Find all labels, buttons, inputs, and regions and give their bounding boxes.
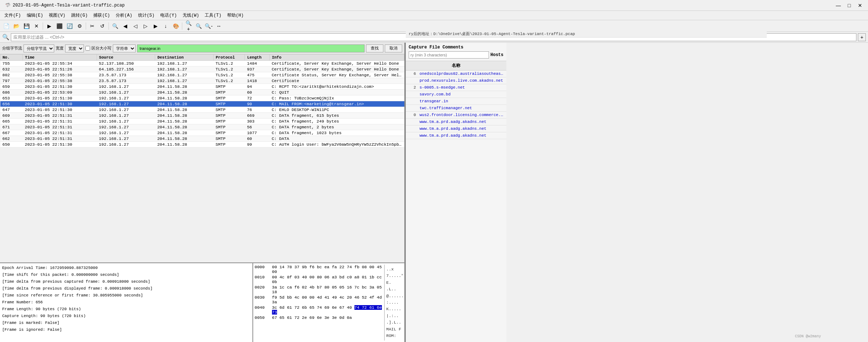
host-row[interactable]: 2s-0005.s-msedge.net [406, 84, 506, 91]
hex-row: 000000 14 78 37 9b f6 bc ea fa 22 74 fb … [255, 265, 384, 274]
close-button[interactable]: ✕ [855, 2, 865, 9]
host-row[interactable]: www.tm.a.prd.aadg.akadns.net [406, 119, 506, 125]
search-cancel-button[interactable]: 取消 [385, 44, 402, 52]
nav-down-button[interactable]: ↓ [161, 22, 170, 30]
menu-wireless[interactable]: 无线(W) [180, 12, 202, 19]
table-row[interactable]: 6862023-01-05 22:53:09192.168.1.27204.11… [0, 90, 404, 95]
table-row[interactable]: 6592023-01-05 22:51:30192.168.1.27204.11… [0, 84, 404, 90]
table-row[interactable]: 6652023-01-05 22:51:31192.168.1.27204.11… [0, 119, 404, 124]
nav-next2-button[interactable]: ▷ [141, 22, 150, 30]
case-sensitive-checkbox[interactable] [85, 46, 90, 51]
col-header-info[interactable]: Info [269, 55, 404, 61]
zoom-in-button[interactable]: 🔍+ [184, 22, 193, 30]
detail-line[interactable]: Frame Number: 656 [1, 299, 251, 306]
detail-line[interactable]: Epoch Arrival Time: 1672959090.887325000 [1, 265, 251, 272]
menu-jump[interactable]: 跳转(G) [68, 12, 91, 19]
table-row[interactable]: 6562023-01-05 22:51:30192.168.1.27204.11… [0, 101, 404, 107]
save-button[interactable]: 💾 [22, 22, 31, 30]
nav-next-button[interactable]: ▶ [151, 22, 160, 30]
detail-line[interactable]: [Time delta from previous captured frame… [1, 278, 251, 285]
table-cell: C: MAIL FROM:<marketing@transgear.in> [269, 101, 404, 107]
table-row[interactable]: 6692023-01-05 22:51:31192.168.1.27204.11… [0, 113, 404, 119]
col-header-no[interactable]: No. [0, 55, 23, 61]
search-width-select[interactable]: 宽度 [65, 44, 84, 52]
menu-stats[interactable]: 统计(S) [135, 12, 158, 19]
table-row[interactable]: 6712023-01-05 22:51:31192.168.1.27204.11… [0, 124, 404, 130]
col-header-proto[interactable]: Protocol [213, 55, 245, 61]
detail-line[interactable]: Capture Length: 90 bytes (720 bits) [1, 313, 251, 320]
host-row[interactable]: twc.trafficmanager.net [406, 105, 506, 112]
table-cell: SMTP [213, 101, 245, 107]
col-header-dst[interactable]: Destination [155, 55, 213, 61]
restart-button[interactable]: 🔄 [65, 22, 74, 30]
zoom-normal-button[interactable]: 🔍 [194, 22, 203, 30]
table-row[interactable]: 6672023-01-05 22:51:31192.168.1.27204.11… [0, 130, 404, 136]
search-find-button[interactable]: 查找 [366, 44, 383, 52]
menu-tools[interactable]: 工具(T) [202, 12, 224, 19]
menu-view[interactable]: 视图(V) [46, 12, 68, 19]
options-button[interactable]: ⚙ [75, 22, 84, 30]
packet-tbody: 7552023-01-05 22:55:3452.137.108.250192.… [0, 61, 404, 148]
host-row[interactable]: 6onedscolprdaus02.australiasoutheast.clo… [406, 70, 506, 77]
menu-phone[interactable]: 电话(Y) [157, 12, 180, 19]
table-row[interactable]: 8022023-01-05 22:55:3823.5.87.173192.168… [0, 72, 404, 78]
table-row[interactable]: 6472023-01-05 22:51:30192.168.1.27204.11… [0, 107, 404, 113]
table-cell: 76 [245, 107, 269, 113]
minimize-button[interactable]: — [833, 2, 843, 9]
scroll-back-button[interactable]: ✂ [88, 22, 97, 30]
detail-line[interactable]: [Time delta from previous displayed fram… [1, 285, 251, 292]
detail-line[interactable]: [Frame is ignored: False] [1, 326, 251, 333]
menu-help[interactable]: 帮助(H) [224, 12, 247, 19]
host-row[interactable]: www.tm.a.prd.aadg.akadns.net [406, 125, 506, 132]
menu-edit[interactable]: 编辑(E) [24, 12, 46, 19]
colorize-button[interactable]: 🎨 [171, 22, 180, 30]
packet-list[interactable]: No. Time Source Destination Protocol Len… [0, 54, 404, 262]
host-row[interactable]: 0wus2.frontdoor.licensing.commerce.micro… [406, 112, 506, 119]
hosts-list[interactable]: 6onedscolprdaus02.australiasoutheast.clo… [406, 70, 506, 342]
host-row[interactable]: www.tm.a.prd.aadg.akadns.net [406, 132, 506, 139]
stop-capture-button[interactable]: ⬛ [55, 22, 64, 30]
filter-plus-button[interactable]: + [858, 33, 866, 41]
col-header-len[interactable]: Length [245, 55, 269, 61]
reload-button[interactable]: ↺ [98, 22, 107, 30]
table-cell: SMTP [213, 95, 245, 101]
detail-line[interactable]: Frame Length: 90 bytes (720 bits) [1, 306, 251, 313]
table-cell: 99 [245, 142, 269, 148]
close-file-button[interactable]: ✕ [32, 22, 41, 30]
host-row[interactable]: savory.com.bd [406, 91, 506, 98]
table-row[interactable]: 7972023-01-05 22:55:3823.5.87.173192.168… [0, 78, 404, 84]
maximize-button[interactable]: □ [844, 2, 854, 9]
table-row[interactable]: 6622023-01-05 22:51:31192.168.1.27204.11… [0, 136, 404, 142]
table-row[interactable]: 6502023-01-05 22:51:30192.168.1.27204.11… [0, 142, 404, 148]
window-title: 2023-01-05-Agent-Tesla-variant-traffic.p… [13, 3, 125, 8]
new-button[interactable]: 📄 [1, 22, 11, 30]
detail-line[interactable]: [Time since reference or first frame: 30… [1, 292, 251, 299]
table-cell: 2023-01-05 22:51:30 [23, 142, 97, 148]
resize-button[interactable]: ↔ [214, 22, 224, 30]
start-capture-button[interactable]: ▶ [44, 22, 54, 30]
nav-prev2-button[interactable]: ◁ [131, 22, 140, 30]
table-row[interactable]: 7552023-01-05 22:55:3452.137.108.250192.… [0, 61, 404, 67]
search-button[interactable]: 🔍 [110, 22, 120, 30]
search-input[interactable] [137, 44, 365, 52]
table-row[interactable]: 6322023-01-05 22:51:2664.185.227.156192.… [0, 67, 404, 72]
search-group-select[interactable]: 分组字节流 [24, 44, 54, 52]
nav-prev-button[interactable]: ◀ [120, 22, 130, 30]
host-row[interactable]: transgear.in [406, 98, 506, 105]
menu-capture[interactable]: 捕获(C) [90, 12, 113, 19]
zoom-out-button[interactable]: 🔍- [204, 22, 213, 30]
host-row[interactable]: prod.nexusrules.live.com.akadns.net [406, 77, 506, 84]
right-search-input[interactable] [409, 51, 489, 59]
table-cell: 192.168.1.27 [155, 78, 213, 84]
col-header-src[interactable]: Source [97, 55, 155, 61]
detail-line[interactable]: [Time shift for this packet: 0.000000000… [1, 272, 251, 278]
menu-file[interactable]: 文件(F) [1, 12, 24, 19]
search-type-select[interactable]: 字符串 [113, 44, 136, 52]
main-layout: 分组字节流 分组字节流 宽度 宽度 区分大小写 字符串 查找 取消 No. [0, 43, 868, 342]
detail-line[interactable]: [Frame is marked: False] [1, 320, 251, 326]
open-button[interactable]: 📂 [12, 22, 21, 30]
table-cell: 192.168.1.27 [97, 113, 155, 119]
table-row[interactable]: 6532023-01-05 22:51:30192.168.1.27204.11… [0, 95, 404, 101]
menu-analyze[interactable]: 分析(A) [113, 12, 135, 19]
col-header-time[interactable]: Time [23, 55, 97, 61]
